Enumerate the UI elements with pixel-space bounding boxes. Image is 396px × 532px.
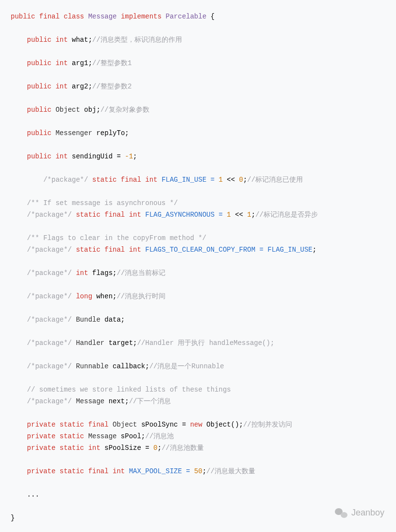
iface-parcelable: Parcelable (165, 13, 206, 20)
num: 0 (153, 444, 157, 452)
pkg-comment: /*package*/ (27, 316, 72, 324)
mod: private static (27, 432, 84, 440)
type-messenger: Messenger (55, 129, 92, 137)
field-data: data; (104, 316, 125, 324)
const-flaginuse: FLAG_IN_USE = (162, 176, 219, 184)
type-message: Message (88, 432, 117, 440)
num: 0 (239, 176, 243, 184)
type-int: int (55, 153, 67, 160)
field-target: target; (109, 339, 137, 347)
const-maxpool: MAX_POOL_SIZE = (129, 467, 194, 475)
pkg-comment: /*package*/ (27, 211, 72, 219)
field-spool: sPool; (121, 432, 145, 440)
comment: //消息执行时间 (116, 292, 165, 300)
type-long: long (76, 292, 92, 300)
ctor-object: Object(); (206, 421, 243, 429)
type-int: int (76, 269, 88, 277)
comment: //消息类型，标识消息的作用 (92, 36, 182, 44)
comment: //消息池 (145, 432, 174, 440)
comment: //整型参数2 (92, 83, 132, 90)
num: -1 (125, 153, 133, 160)
mod: public (27, 129, 51, 137)
doc-comment: /** If set message is asynchronous */ (27, 199, 178, 207)
kw-implements: implements (121, 13, 162, 20)
mod: static final (76, 211, 125, 219)
kw-class: class (64, 13, 84, 20)
kw-final: final (39, 13, 60, 20)
mod: public (27, 36, 51, 44)
comment: //复杂对象参数 (100, 106, 149, 114)
field-next: next; (109, 397, 129, 405)
field-sendinguid: sendingUid = (72, 153, 125, 160)
comment: //消息最大数量 (206, 467, 255, 475)
type-runnable: Runnable (76, 362, 108, 370)
op-shift: << (223, 176, 239, 184)
type-bundle: Bundle (76, 316, 100, 324)
kw-public: public (11, 13, 35, 20)
mod: private static final (27, 421, 109, 429)
comment: //Handler 用于执行 handleMessage(); (137, 339, 274, 347)
field-spoolsize: sPoolSize = (104, 444, 153, 452)
num: 1 (247, 211, 251, 219)
line-comment: // sometimes we store linked lists of th… (27, 386, 231, 394)
field-callback: callback; (113, 362, 149, 370)
pkg-comment: /*package*/ (27, 246, 72, 254)
type-int: int (88, 444, 100, 452)
op-shift: << (231, 211, 248, 219)
const-flagclear: FLAGS_TO_CLEAR_ON_COPY_FROM = (145, 246, 267, 254)
mod: private static final (27, 467, 109, 475)
field-arg2: arg2; (72, 83, 92, 90)
semi: ; (158, 444, 162, 452)
field-replyto: replyTo; (96, 129, 129, 137)
comment: //整型参数1 (92, 59, 132, 67)
num: 1 (219, 176, 223, 184)
field-arg1: arg1; (72, 59, 92, 67)
ellipsis: ... (27, 491, 39, 498)
doc-comment: /** Flags to clear in the copyFrom metho… (27, 234, 207, 242)
type-int: int (145, 176, 157, 184)
pkg-comment: /*package*/ (27, 269, 72, 277)
type-int: int (55, 59, 67, 67)
type-message: Message (76, 397, 104, 405)
mod: static final (76, 246, 125, 254)
watermark: Jeanboy (335, 507, 384, 518)
mod: static final (92, 176, 141, 184)
field-what: what; (72, 36, 92, 44)
brace-open: { (211, 13, 214, 20)
field-spoolsync: sPoolSync = (141, 421, 190, 429)
mod: public (27, 83, 51, 90)
comment: //下一个消息 (129, 397, 171, 405)
comment: //消息是一个Runnable (149, 362, 224, 370)
num: 50 (194, 467, 202, 475)
watermark-text: Jeanboy (351, 507, 384, 518)
semi: ; (251, 211, 255, 219)
semi: ; (133, 153, 137, 160)
brace-close: } (11, 514, 15, 522)
semi: ; (313, 246, 316, 254)
code-block: public final class Message implements Pa… (0, 0, 396, 532)
comment: //控制并发访问 (243, 421, 292, 429)
type-object: Object (113, 421, 137, 429)
mod: public (27, 59, 51, 67)
classname: Message (88, 13, 117, 20)
type-int: int (129, 246, 141, 254)
type-handler: Handler (76, 339, 104, 347)
val-flaginuse: FLAG_IN_USE (267, 246, 312, 254)
comment: //标记消息已使用 (247, 176, 303, 184)
type-object: Object (55, 106, 80, 114)
pkg-comment: /*package*/ (27, 362, 72, 370)
comment: //消息池数量 (162, 444, 204, 452)
type-int: int (55, 83, 67, 90)
type-int: int (55, 36, 67, 44)
num: 1 (227, 211, 231, 219)
comment: //标记消息是否异步 (255, 211, 318, 219)
field-obj: obj; (84, 106, 100, 114)
pkg-comment: /*package*/ (27, 397, 72, 405)
type-int: int (129, 211, 141, 219)
mod: public (27, 153, 51, 160)
comment: //消息当前标记 (116, 269, 165, 277)
pkg-comment: /*package*/ (43, 176, 88, 184)
field-flags: flags; (92, 269, 116, 277)
field-when: when; (96, 292, 116, 300)
pkg-comment: /*package*/ (27, 292, 72, 300)
